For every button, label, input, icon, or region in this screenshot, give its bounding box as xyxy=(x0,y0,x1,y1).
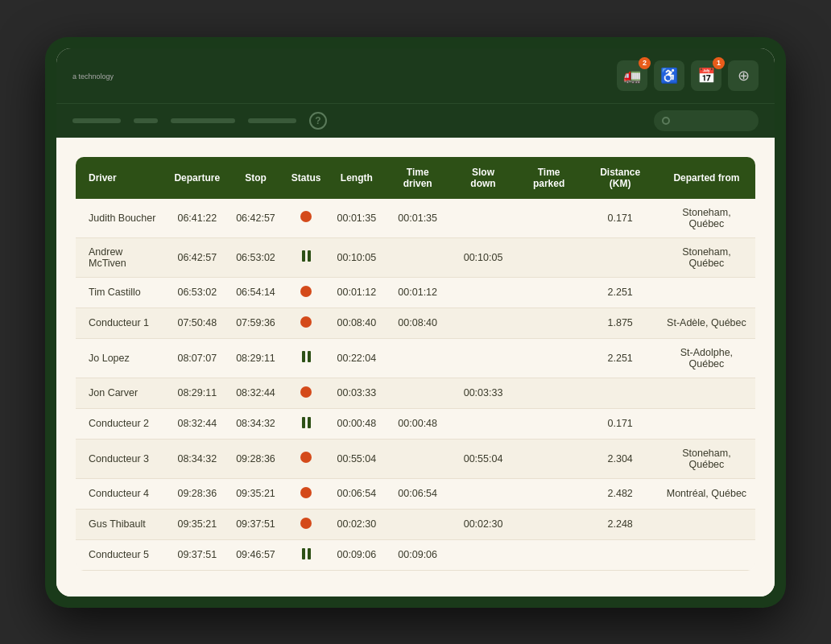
nav-pill-3[interactable] xyxy=(171,118,235,123)
location-button[interactable]: ⊕ xyxy=(728,60,759,91)
cell-time-parked xyxy=(515,408,583,439)
status-pause xyxy=(302,417,311,428)
table-row[interactable]: Andrew McTiven 06:42:57 06:53:02 00:10:0… xyxy=(76,237,755,277)
cell-departure: 06:42:57 xyxy=(166,237,228,277)
table-row[interactable]: Jo Lopez 08:07:07 08:29:11 00:22:04 2.25… xyxy=(76,338,755,378)
table-row[interactable]: Conducteur 2 08:32:44 08:34:32 00:00:48 … xyxy=(76,408,755,439)
cell-departure: 08:29:11 xyxy=(166,378,228,408)
cell-time-driven: 00:08:40 xyxy=(384,308,451,338)
cell-driver: Conducteur 2 xyxy=(76,408,166,439)
cell-time-driven: 00:01:12 xyxy=(384,277,451,308)
cell-departed-from: Stoneham, Québec xyxy=(658,199,755,238)
cell-slow-down xyxy=(451,478,515,509)
search-bar[interactable] xyxy=(654,110,759,131)
cell-length: 00:01:12 xyxy=(329,277,385,308)
truck-badge: 2 xyxy=(639,57,651,69)
cell-status xyxy=(283,308,329,338)
table-row[interactable]: Conducteur 4 09:28:36 09:35:21 00:06:54 … xyxy=(76,478,755,509)
cell-time-parked xyxy=(515,378,583,408)
table-row[interactable]: Conducteur 3 08:34:32 09:28:36 00:55:04 … xyxy=(76,439,755,478)
cell-time-parked xyxy=(515,199,583,238)
cell-length: 00:10:05 xyxy=(329,237,385,277)
cell-time-parked xyxy=(515,439,583,478)
location-icon: ⊕ xyxy=(738,67,750,85)
cell-departure: 06:41:22 xyxy=(166,199,228,238)
nav-pill-1[interactable] xyxy=(72,118,121,123)
cell-time-driven xyxy=(384,338,451,378)
cell-driver: Jon Carver xyxy=(76,378,166,408)
truck-button[interactable]: 🚛 2 xyxy=(617,60,647,91)
main-content: Driver Departure Stop Status Length Time… xyxy=(56,138,775,597)
cell-length: 00:22:04 xyxy=(329,338,385,378)
cell-departure: 08:34:32 xyxy=(166,439,228,478)
cell-driver: Judith Boucher xyxy=(76,199,166,238)
cell-time-parked xyxy=(515,308,583,338)
cell-length: 00:02:30 xyxy=(329,509,385,539)
search-icon xyxy=(662,117,670,125)
cell-departure: 07:50:48 xyxy=(166,308,228,338)
table-row[interactable]: Conducteur 1 07:50:48 07:59:36 00:08:40 … xyxy=(76,308,755,338)
table-row[interactable]: Judith Boucher 06:41:22 06:42:57 00:01:3… xyxy=(76,199,755,238)
table-row[interactable]: Tim Castillo 06:53:02 06:54:14 00:01:12 … xyxy=(76,277,755,308)
cell-status xyxy=(283,378,329,408)
cell-departed-from xyxy=(658,378,755,408)
table-row[interactable]: Conducteur 5 09:37:51 09:46:57 00:09:06 … xyxy=(76,539,755,570)
cell-driver: Andrew McTiven xyxy=(76,237,166,277)
table-row[interactable]: Gus Thibault 09:35:21 09:37:51 00:02:30 … xyxy=(76,509,755,539)
cell-length: 00:09:06 xyxy=(329,539,385,570)
table-header: Driver Departure Stop Status Length Time… xyxy=(76,157,755,199)
cell-departed-from xyxy=(658,539,755,570)
cell-departure: 08:07:07 xyxy=(166,338,228,378)
cell-stop: 09:28:36 xyxy=(228,439,283,478)
col-stop: Stop xyxy=(228,157,283,199)
cell-distance: 0.171 xyxy=(582,199,657,238)
cell-time-driven: 00:00:48 xyxy=(384,408,451,439)
cell-stop: 09:46:57 xyxy=(228,539,283,570)
nav-pill-4[interactable] xyxy=(248,118,296,123)
status-dot-red xyxy=(300,316,312,328)
cell-driver: Conducteur 1 xyxy=(76,308,166,338)
cell-status xyxy=(283,277,329,308)
pause-bar-right xyxy=(308,548,311,559)
cell-stop: 08:34:32 xyxy=(228,408,283,439)
cell-status xyxy=(283,237,329,277)
cell-distance: 1.875 xyxy=(582,308,657,338)
table-row[interactable]: Jon Carver 08:29:11 08:32:44 00:03:33 00… xyxy=(76,378,755,408)
cell-stop: 06:53:02 xyxy=(228,237,283,277)
pause-bar-right xyxy=(308,351,311,362)
calendar-button[interactable]: 📅 1 xyxy=(691,60,721,91)
cell-distance: 2.251 xyxy=(582,338,657,378)
device-inner: a technology 🚛 2 ♿ 📅 1 ⊕ xyxy=(56,48,775,597)
cell-stop: 07:59:36 xyxy=(228,308,283,338)
status-pause xyxy=(302,351,311,362)
col-time-parked: Time parked xyxy=(515,157,583,199)
cell-driver: Tim Castillo xyxy=(76,277,166,308)
cell-status xyxy=(283,509,329,539)
cell-distance: 2.304 xyxy=(582,439,657,478)
help-button[interactable]: ? xyxy=(309,112,327,130)
table-body: Judith Boucher 06:41:22 06:42:57 00:01:3… xyxy=(76,199,755,571)
device-frame: a technology 🚛 2 ♿ 📅 1 ⊕ xyxy=(45,37,786,608)
cell-length: 00:01:35 xyxy=(329,199,385,238)
cell-stop: 06:54:14 xyxy=(228,277,283,308)
wheelchair-button[interactable]: ♿ xyxy=(654,60,684,91)
pause-bar-right xyxy=(308,250,311,262)
nav-pill-2[interactable] xyxy=(134,118,158,123)
cell-departure: 09:37:51 xyxy=(166,539,228,570)
cell-time-driven: 00:06:54 xyxy=(384,478,451,509)
cell-time-driven xyxy=(384,439,451,478)
cell-departure: 08:32:44 xyxy=(166,408,228,439)
cell-distance xyxy=(582,539,657,570)
cell-departure: 06:53:02 xyxy=(166,277,228,308)
cell-driver: Jo Lopez xyxy=(76,338,166,378)
cell-departed-from: Montréal, Québec xyxy=(658,478,755,509)
cell-time-driven xyxy=(384,378,451,408)
cell-slow-down xyxy=(451,539,515,570)
cell-status xyxy=(283,408,329,439)
cell-time-driven: 00:09:06 xyxy=(384,539,451,570)
cell-departed-from xyxy=(658,408,755,439)
cell-status xyxy=(283,338,329,378)
cell-length: 00:08:40 xyxy=(329,308,385,338)
cell-slow-down xyxy=(451,277,515,308)
status-dot-red xyxy=(300,518,312,529)
